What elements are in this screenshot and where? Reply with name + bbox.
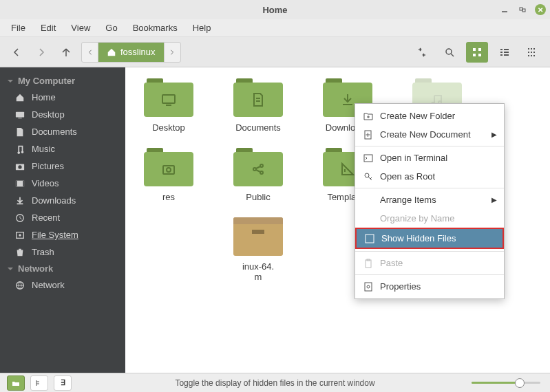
breadcrumb-next[interactable]	[164, 43, 180, 62]
menu-help[interactable]: Help	[186, 21, 218, 35]
music-icon	[15, 144, 25, 154]
sidebar-item-recent[interactable]: Recent	[0, 209, 125, 226]
breadcrumb-prev[interactable]	[82, 43, 98, 62]
maximize-button[interactable]	[517, 4, 528, 15]
svg-point-44	[260, 164, 263, 167]
svg-rect-24	[16, 111, 24, 117]
menu-file[interactable]: File	[4, 21, 32, 35]
ctx-open-root[interactable]: Open as Root	[355, 167, 504, 186]
menu-go[interactable]: Go	[98, 21, 124, 35]
desktop-icon	[15, 110, 25, 120]
checkbox-icon	[365, 234, 374, 243]
sidebar-item-desktop[interactable]: Desktop	[0, 106, 125, 123]
svg-rect-20	[533, 52, 535, 53]
archive-item[interactable]: inux-64. m	[227, 217, 289, 282]
icon-view-button[interactable]	[466, 42, 488, 63]
forward-button[interactable]	[32, 43, 51, 62]
breadcrumb-label: fosslinux	[120, 47, 156, 57]
close-button[interactable]: ✕	[535, 4, 546, 15]
minimize-button[interactable]	[499, 4, 510, 15]
chevron-right-icon: ▶	[491, 131, 497, 138]
sidebar-item-home[interactable]: Home	[0, 89, 125, 106]
compact-view-button[interactable]	[521, 42, 543, 63]
zoom-slider[interactable]	[472, 382, 540, 384]
folder-desktop[interactable]: Desktop	[138, 78, 200, 133]
home-icon	[15, 93, 25, 102]
search-button[interactable]	[438, 42, 461, 63]
ctx-show-hidden[interactable]: Show Hidden Files	[357, 229, 503, 248]
menu-view[interactable]: View	[64, 21, 97, 35]
svg-rect-29	[16, 180, 17, 186]
svg-rect-14	[504, 54, 509, 56]
svg-rect-5	[473, 48, 476, 51]
ctx-properties[interactable]: Properties	[355, 277, 504, 296]
home-icon	[107, 47, 116, 57]
status-text: Toggle the display of hidden files in th…	[175, 378, 374, 388]
ctx-create-folder[interactable]: Create New Folder	[355, 107, 504, 125]
paste-icon	[363, 259, 373, 268]
svg-rect-6	[478, 48, 481, 51]
menu-edit[interactable]: Edit	[34, 21, 63, 35]
sidebar-header-computer[interactable]: My Computer	[0, 73, 125, 89]
folder-icon	[233, 148, 283, 186]
ctx-arrange[interactable]: Arrange Items ▶	[355, 190, 504, 209]
svg-rect-21	[528, 55, 529, 56]
network-icon	[15, 281, 25, 290]
chevron-right-icon: ▶	[491, 196, 497, 204]
filesystem-icon	[15, 230, 25, 240]
svg-point-65	[367, 285, 370, 288]
svg-rect-64	[365, 283, 372, 291]
svg-rect-30	[23, 180, 24, 186]
back-button[interactable]	[7, 43, 26, 62]
breadcrumb-current[interactable]: fosslinux	[98, 43, 164, 62]
sidebar-item-network[interactable]: Network	[0, 276, 125, 294]
folder-documents[interactable]: Documents	[227, 78, 289, 133]
ctx-open-terminal[interactable]: Open in Terminal	[355, 149, 504, 167]
svg-rect-62	[366, 260, 371, 268]
trash-icon	[15, 248, 25, 257]
folder-public[interactable]: Public	[227, 148, 289, 202]
key-icon	[363, 172, 373, 182]
sb-tree-button[interactable]	[30, 375, 48, 391]
sidebar-item-filesystem[interactable]: File System	[0, 226, 125, 243]
sb-close-button[interactable]: ∃	[54, 375, 72, 391]
separator	[355, 188, 504, 188]
sidebar-header-label: Network	[18, 263, 53, 274]
svg-line-4	[451, 54, 454, 56]
toggle-location-button[interactable]	[411, 42, 433, 63]
sidebar: My Computer Home Desktop Documents Music…	[0, 67, 125, 373]
svg-rect-41	[163, 166, 174, 174]
list-view-button[interactable]	[494, 42, 516, 63]
svg-point-3	[446, 49, 452, 54]
sidebar-item-downloads[interactable]: Downloads	[0, 192, 125, 209]
videos-icon	[15, 179, 25, 188]
svg-line-60	[370, 177, 372, 179]
svg-point-42	[167, 168, 171, 172]
menu-bookmarks[interactable]: Bookmarks	[126, 21, 184, 35]
svg-line-46	[256, 166, 260, 168]
up-button[interactable]	[56, 43, 76, 62]
new-folder-icon	[363, 111, 373, 121]
folder-icon	[144, 78, 193, 117]
context-menu: Create New Folder Create New Document ▶ …	[355, 103, 505, 299]
statusbar: ∃ Toggle the display of hidden files in …	[0, 373, 550, 392]
archive-icon	[233, 217, 283, 256]
sidebar-item-music[interactable]: Music	[0, 140, 125, 157]
svg-rect-23	[533, 55, 535, 56]
ctx-create-document[interactable]: Create New Document ▶	[355, 125, 504, 144]
svg-point-43	[253, 168, 256, 171]
folder-pictures[interactable]: res	[138, 148, 200, 202]
svg-point-33	[19, 234, 21, 237]
sidebar-item-pictures[interactable]: Pictures	[0, 157, 125, 175]
documents-icon	[15, 127, 25, 137]
sidebar-header-network[interactable]: Network	[0, 261, 125, 276]
separator	[355, 251, 504, 252]
svg-rect-8	[478, 54, 481, 56]
chevron-down-icon	[7, 265, 14, 272]
sb-places-button[interactable]	[7, 375, 25, 391]
sidebar-item-videos[interactable]: Videos	[0, 175, 125, 192]
svg-rect-2	[522, 9, 525, 12]
sidebar-item-documents[interactable]: Documents	[0, 123, 125, 140]
sidebar-item-trash[interactable]: Trash	[0, 243, 125, 261]
new-document-icon	[363, 130, 373, 140]
